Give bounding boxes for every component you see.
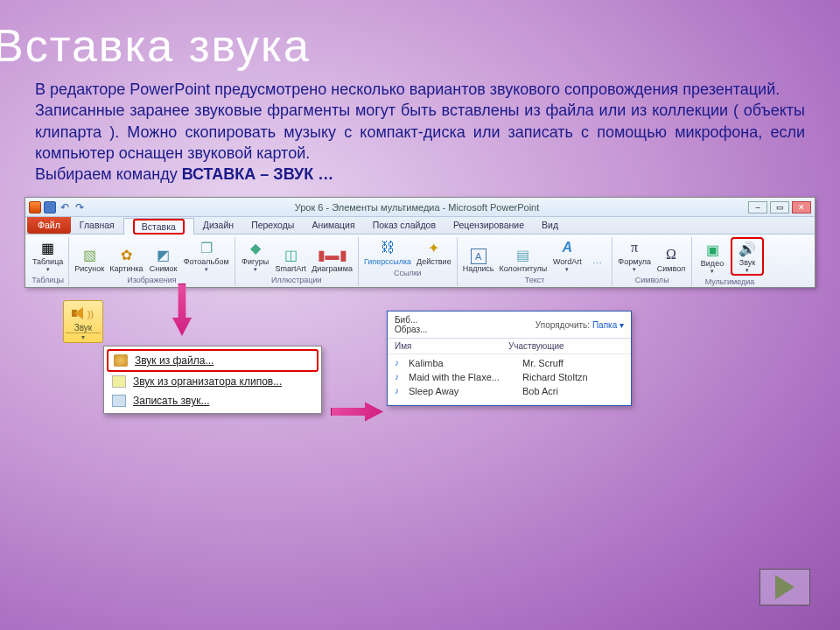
btn-hyperlink[interactable]: ⛓Гиперссылка xyxy=(362,237,413,267)
ribbon-body: ▦ Таблица ▾ Таблицы ▧Рисунок ✿Картинка ◩… xyxy=(25,234,815,287)
wordart-icon: A xyxy=(557,238,577,257)
col-name[interactable]: Имя xyxy=(395,341,508,351)
para-2: Записанные заранее звуковые фрагменты мо… xyxy=(35,100,805,164)
btn-screenshot-label: Снимок xyxy=(150,265,178,273)
tab-design[interactable]: Дизайн xyxy=(194,217,242,234)
slide-body: В редакторе PowerPoint предусмотрено нес… xyxy=(0,72,840,185)
hyperlink-icon: ⛓ xyxy=(378,238,397,257)
group-tables: ▦ Таблица ▾ Таблицы xyxy=(27,237,69,286)
tab-transitions[interactable]: Переходы xyxy=(242,217,303,234)
file-name: Maid with the Flaxe... xyxy=(409,372,522,382)
menu-record-sound[interactable]: Записать звук... xyxy=(107,391,318,410)
btn-clipart-label: Картинка xyxy=(109,265,143,273)
minimize-button[interactable]: – xyxy=(748,201,767,214)
breadcrumb-2[interactable]: Образ... xyxy=(395,325,427,334)
btn-screenshot[interactable]: ◩Снимок xyxy=(147,244,180,274)
arrow-right-icon xyxy=(331,402,383,421)
group-media-label: Мультимедиа xyxy=(705,277,755,286)
redo-icon[interactable]: ↷ xyxy=(74,201,86,214)
btn-wordart[interactable]: AWordArt▾ xyxy=(550,237,584,274)
btn-action[interactable]: ✦Действие xyxy=(415,237,453,267)
btn-smartart-label: SmartArt xyxy=(276,265,307,273)
group-text-label: Текст xyxy=(525,276,545,284)
group-symbols-label: Символы xyxy=(635,276,669,284)
file-artist: Richard Stoltzn xyxy=(522,372,588,382)
btn-clipart[interactable]: ✿Картинка xyxy=(108,244,144,274)
btn-table[interactable]: ▦ Таблица ▾ xyxy=(31,237,65,274)
btn-audio-label: Звук xyxy=(739,259,755,267)
sound-dropdown-button[interactable]: )) Звук ▾ xyxy=(63,300,103,343)
sort-control[interactable]: Упорядочить: Папка ▾ xyxy=(536,320,624,330)
sound-dropdown-label: Звук xyxy=(74,323,93,332)
chevron-down-icon: ▾ xyxy=(710,268,714,275)
breadcrumb-1[interactable]: Биб... xyxy=(395,315,427,325)
clipart-icon: ✿ xyxy=(116,245,136,264)
para-3: Выбираем команду ВСТАВКА – ЗВУК … xyxy=(35,164,805,185)
btn-equation-label: Формула xyxy=(618,258,651,266)
group-symbols: πФормула▾ ΩСимвол Символы xyxy=(612,237,692,286)
save-icon[interactable] xyxy=(44,201,56,214)
file-row[interactable]: ♪ Kalimba Mr. Scruff xyxy=(395,356,624,370)
para-1: В редакторе PowerPoint предусмотрено нес… xyxy=(35,79,805,100)
next-slide-button[interactable] xyxy=(760,569,810,606)
group-images-label: Изображения xyxy=(127,276,177,284)
chevron-down-icon: ▾ xyxy=(565,266,569,273)
btn-video[interactable]: ▣Видео▾ xyxy=(696,239,729,276)
slide-title: Вставка звука xyxy=(0,0,840,72)
file-row[interactable]: ♪ Maid with the Flaxe... Richard Stoltzn xyxy=(395,370,624,384)
btn-photoalbum[interactable]: ❐Фотоальбом▾ xyxy=(182,237,231,274)
arrow-down-icon xyxy=(172,284,192,336)
btn-symbol[interactable]: ΩСимвол xyxy=(654,244,688,274)
btn-headerfooter-label: Колонтитулы xyxy=(500,265,548,273)
tab-view[interactable]: Вид xyxy=(533,217,567,234)
maximize-button[interactable]: ▭ xyxy=(770,201,789,214)
col-artists[interactable]: Участвующие xyxy=(508,341,564,351)
tab-home[interactable]: Главная xyxy=(71,217,123,234)
chevron-down-icon: ▾ xyxy=(46,266,50,273)
tab-insert[interactable]: Вставка xyxy=(123,218,194,234)
btn-headerfooter[interactable]: ▤Колонтитулы xyxy=(498,244,550,274)
btn-smartart[interactable]: ◫SmartArt xyxy=(274,244,309,274)
tab-slideshow[interactable]: Показ слайдов xyxy=(364,217,444,234)
btn-equation[interactable]: πФормула▾ xyxy=(616,237,653,274)
tab-review[interactable]: Рецензирование xyxy=(444,217,533,234)
record-icon xyxy=(112,395,126,407)
chart-icon: ▮▬▮ xyxy=(323,245,342,264)
btn-textbox[interactable]: AНадпись xyxy=(461,248,496,274)
menu-sound-from-organizer[interactable]: Звук из организатора клипов... xyxy=(107,372,318,391)
titlebar: ↶ ↷ Урок 6 - Элементы мультимедиа - Micr… xyxy=(25,198,815,217)
para-3-bold: ВСТАВКА – ЗВУК … xyxy=(182,165,334,183)
screenshot-icon: ◩ xyxy=(154,245,173,264)
menu-sound-from-file[interactable]: Звук из файла... xyxy=(107,349,318,372)
group-media: ▣Видео▾ 🔊Звук▾ Мультимедиа xyxy=(692,237,767,286)
headerfooter-icon: ▤ xyxy=(514,245,533,264)
btn-table-label: Таблица xyxy=(32,258,63,266)
btn-shapes[interactable]: ◆Фигуры▾ xyxy=(239,237,272,274)
menu-sound-from-organizer-label: Звук из организатора клипов... xyxy=(133,375,282,388)
file-row[interactable]: ♪ Sleep Away Bob Acri xyxy=(395,384,624,398)
btn-audio[interactable]: 🔊Звук▾ xyxy=(731,237,764,276)
sort-value[interactable]: Папка xyxy=(592,320,617,330)
ribbon-tabs: Файл Главная Вставка Дизайн Переходы Ани… xyxy=(25,217,815,234)
btn-photoalbum-label: Фотоальбом xyxy=(184,258,229,266)
group-images: ▧Рисунок ✿Картинка ◩Снимок ❐Фотоальбом▾ … xyxy=(69,237,234,286)
btn-action-label: Действие xyxy=(416,258,452,266)
group-illustrations: ◆Фигуры▾ ◫SmartArt ▮▬▮Диаграмма Иллюстра… xyxy=(235,237,359,286)
btn-text-more[interactable]: ⋯ xyxy=(585,253,608,274)
organizer-icon xyxy=(112,375,126,388)
btn-chart[interactable]: ▮▬▮Диаграмма xyxy=(310,244,354,274)
chevron-down-icon: ▾ xyxy=(205,266,208,273)
ribbon-window: ↶ ↷ Урок 6 - Элементы мультимедиа - Micr… xyxy=(24,197,816,288)
music-icon: ♪ xyxy=(395,386,405,396)
btn-picture[interactable]: ▧Рисунок xyxy=(73,244,106,274)
tab-file[interactable]: Файл xyxy=(27,217,71,234)
close-button[interactable]: ✕ xyxy=(792,201,811,214)
speaker-icon xyxy=(114,354,128,367)
file-dialog-rows: ♪ Kalimba Mr. Scruff ♪ Maid with the Fla… xyxy=(388,354,631,405)
tab-animations[interactable]: Анимация xyxy=(303,217,363,234)
speaker-icon: )) xyxy=(71,304,95,323)
symbol-icon: Ω xyxy=(662,245,681,264)
btn-wordart-label: WordArt xyxy=(553,258,582,266)
menu-record-sound-label: Записать звук... xyxy=(133,395,209,407)
undo-icon[interactable]: ↶ xyxy=(59,201,71,214)
